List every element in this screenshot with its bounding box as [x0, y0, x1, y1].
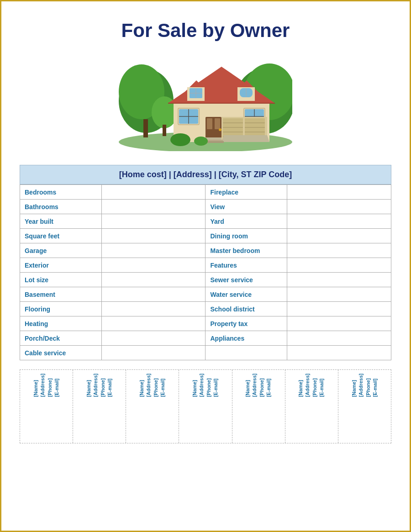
left-label-4: Garage: [20, 243, 102, 258]
right-label-0: Fireplace: [206, 185, 287, 200]
right-value-5[interactable]: [287, 258, 391, 273]
svg-rect-10: [163, 125, 166, 136]
left-value-6[interactable]: [101, 273, 206, 287]
svg-point-51: [194, 137, 208, 146]
left-label-7: Basement: [20, 287, 102, 302]
tearoff-phone-3: [Phone]: [206, 374, 212, 397]
tearoff-6: [Name][Address][Phone][E-mail]: [338, 370, 391, 443]
left-value-5[interactable]: [101, 258, 206, 273]
tearoff-email-3: [E-mail]: [212, 374, 219, 397]
tearoff-0: [Name][Address][Phone][E-mail]: [20, 370, 73, 443]
tearoff-name-3: [Name]: [191, 374, 198, 397]
right-value-1[interactable]: [287, 200, 391, 214]
tearoff-phone-1: [Phone]: [100, 374, 106, 397]
page: For Sale by Owner: [0, 0, 411, 532]
tearoff-phone-6: [Phone]: [364, 374, 371, 397]
tearoff-email-5: [E-mail]: [319, 374, 326, 397]
left-label-8: Flooring: [20, 302, 102, 316]
right-label-8: School district: [206, 302, 287, 316]
right-label-6: Sewer service: [206, 273, 287, 287]
left-value-8[interactable]: [101, 302, 206, 316]
address-bar[interactable]: [Home cost] | [Address] | [City, ST ZIP …: [20, 165, 391, 184]
tearoff-address-4: [Address]: [252, 374, 258, 397]
svg-rect-3: [143, 119, 148, 137]
left-value-2[interactable]: [101, 214, 206, 229]
tearoff-email-0: [E-mail]: [53, 374, 60, 397]
tearoff-address-2: [Address]: [145, 374, 152, 397]
left-value-3[interactable]: [101, 229, 206, 243]
right-value-9[interactable]: [287, 316, 391, 331]
tearoff-phone-2: [Phone]: [153, 374, 159, 397]
right-label-7: Water service: [206, 287, 287, 302]
tearoff-address-3: [Address]: [199, 374, 206, 397]
left-label-1: Bathrooms: [20, 200, 102, 214]
right-value-0[interactable]: [287, 185, 391, 200]
tearoff-email-1: [E-mail]: [106, 374, 113, 397]
left-value-11[interactable]: [101, 346, 206, 360]
tearoff-name-0: [Name]: [32, 374, 39, 397]
tearoff-5: [Name][Address][Phone][E-mail]: [285, 370, 338, 443]
house-illustration: [20, 46, 391, 151]
left-label-0: Bedrooms: [20, 185, 102, 200]
right-label-10: Appliances: [206, 331, 287, 346]
tearoff-address-1: [Address]: [92, 374, 99, 397]
tearoff-address-5: [Address]: [305, 374, 311, 397]
tearoff-4: [Name][Address][Phone][E-mail]: [232, 370, 285, 443]
tearoff-name-4: [Name]: [244, 374, 251, 397]
tearoff-email-2: [E-mail]: [159, 374, 166, 397]
right-value-3[interactable]: [287, 229, 391, 243]
tearoff-address-6: [Address]: [358, 374, 364, 397]
right-value-8[interactable]: [287, 302, 391, 316]
left-value-1[interactable]: [101, 200, 206, 214]
tearoff-1: [Name][Address][Phone][E-mail]: [73, 370, 126, 443]
tearoff-email-4: [E-mail]: [266, 374, 273, 397]
left-label-11: Cable service: [20, 346, 102, 360]
tearoff-address-0: [Address]: [39, 374, 46, 397]
tearoff-phone-4: [Phone]: [258, 374, 265, 397]
svg-rect-24: [207, 118, 212, 129]
left-value-9[interactable]: [101, 316, 206, 331]
right-value-4[interactable]: [287, 243, 391, 258]
page-title: For Sale by Owner: [20, 20, 391, 42]
tearoff-name-2: [Name]: [138, 374, 145, 397]
right-label-2: Yard: [206, 214, 287, 229]
right-label-3: Dining room: [206, 229, 287, 243]
left-label-2: Year built: [20, 214, 102, 229]
tearoff-2: [Name][Address][Phone][E-mail]: [126, 370, 179, 443]
right-value-10[interactable]: [287, 331, 391, 346]
tearoff-phone-5: [Phone]: [311, 374, 318, 397]
right-label-1: View: [206, 200, 287, 214]
right-value-6[interactable]: [287, 273, 391, 287]
tearoff-name-6: [Name]: [351, 374, 358, 397]
left-value-4[interactable]: [101, 243, 206, 258]
right-value-2[interactable]: [287, 214, 391, 229]
tearoff-name-1: [Name]: [85, 374, 92, 397]
left-label-5: Exterior: [20, 258, 102, 273]
left-value-7[interactable]: [101, 287, 206, 302]
tearoff-email-6: [E-mail]: [372, 374, 379, 397]
svg-marker-46: [221, 135, 269, 142]
left-label-3: Square feet: [20, 229, 102, 243]
left-value-0[interactable]: [101, 185, 206, 200]
property-table: BedroomsFireplaceBathroomsViewYear built…: [20, 184, 391, 360]
tearoff-3: [Name][Address][Phone][E-mail]: [179, 370, 232, 443]
tearoff-name-5: [Name]: [297, 374, 304, 397]
right-label-4: Master bedroom: [206, 243, 287, 258]
svg-point-26: [219, 128, 221, 131]
right-label-5: Features: [206, 258, 287, 273]
right-value-7[interactable]: [287, 287, 391, 302]
svg-point-50: [170, 133, 190, 146]
tearoff-phone-0: [Phone]: [47, 374, 53, 397]
svg-rect-25: [215, 118, 220, 129]
left-value-10[interactable]: [101, 331, 206, 346]
right-label-9: Property tax: [206, 316, 287, 331]
tearoffs-container: [Name][Address][Phone][E-mail][Name][Add…: [20, 369, 391, 443]
left-label-10: Porch/Deck: [20, 331, 102, 346]
left-label-9: Heating: [20, 316, 102, 331]
left-label-6: Lot size: [20, 273, 102, 287]
